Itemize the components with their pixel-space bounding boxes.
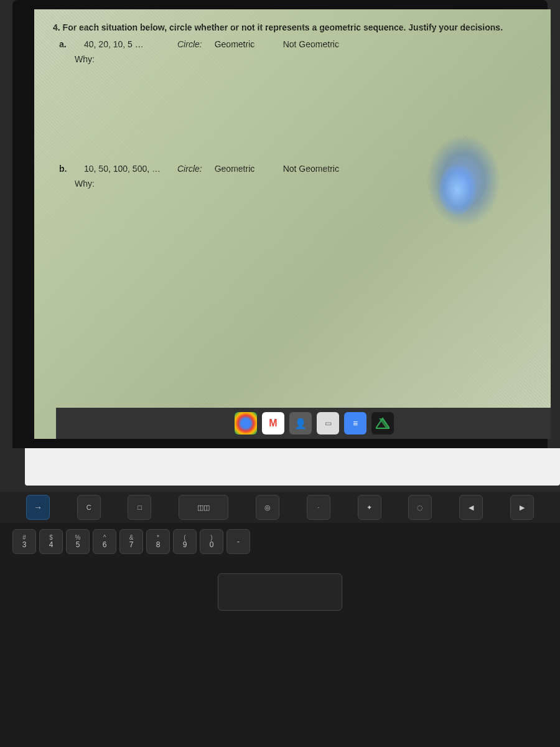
key-4-dollar[interactable]: $ 4 [39,529,63,554]
shelf-notification-area [25,448,560,486]
key-minus[interactable]: - [226,529,250,554]
key-8-asterisk[interactable]: * 8 [146,529,170,554]
key-0-bottom: 0 [210,541,214,548]
key-overview[interactable]: ◫◫ [179,495,228,520]
key-dot[interactable]: · [307,495,330,520]
part-a-geometric: Geometric [215,39,271,49]
part-b-why: Why: [59,179,532,189]
part-b-label: b. [59,164,72,174]
key-7-bottom: 7 [129,541,134,548]
part-a-why-label: Why: [75,54,95,64]
key-5-bottom: 5 [76,541,80,548]
key-8-bottom: 8 [156,541,161,548]
keyboard-main-rows: # 3 $ 4 % 5 ^ 6 & 7 [0,523,560,620]
question-header: 4. For each situation below, circle whet… [53,22,532,34]
taskbar: M 👤 ▭ ≡ [56,408,551,439]
touchpad[interactable] [218,573,342,611]
key-c-label: C [86,504,91,511]
worksheet: 4. For each situation below, circle whet… [34,9,551,439]
key-9-lparen[interactable]: ( 9 [173,529,197,554]
arrow-right-icon: → [34,502,42,512]
brightness-up-icon: ✦ [366,504,372,512]
part-a-label: a. [59,39,72,49]
key-search[interactable]: □ [128,495,151,520]
key-brightness-down[interactable]: ◎ [256,495,279,520]
key-brightness-up[interactable]: ✦ [358,495,381,520]
part-b-why-label: Why: [75,179,95,189]
gmail-icon[interactable]: M [262,412,284,435]
key-7-ampersand[interactable]: & 7 [119,529,143,554]
part-b: b. 10, 50, 100, 500, … Circle: Geometric… [53,164,532,189]
part-a: a. 40, 20, 10, 5 … Circle: Geometric Not… [53,39,532,64]
key-c[interactable]: C [77,495,101,520]
key-vol-down[interactable]: ◀ [459,495,483,520]
part-b-row: b. 10, 50, 100, 500, … Circle: Geometric… [59,164,532,174]
part-a-not-geometric: Not Geometric [283,39,339,49]
function-key-row: → C □ ◫◫ ◎ · ✦ ◌ ◀ [0,492,560,523]
key-6-caret[interactable]: ^ 6 [93,529,116,554]
laptop-body: 4. For each situation below, circle whet… [0,0,560,747]
part-b-sequence: 10, 50, 100, 500, … [84,164,165,174]
vol-down-icon: ◀ [469,504,474,512]
keyboard-area: → C □ ◫◫ ◎ · ✦ ◌ ◀ [0,492,560,747]
key-arrow-right[interactable]: → [26,495,50,520]
number-row: # 3 $ 4 % 5 ^ 6 & 7 [12,529,548,554]
part-b-not-geometric: Not Geometric [283,164,339,174]
key-9-bottom: 9 [183,541,187,548]
key-mute[interactable]: ◌ [408,495,432,520]
screen: 4. For each situation below, circle whet… [34,9,551,439]
question-number: 4. [53,22,60,32]
part-b-circle-label: Circle: [177,164,202,174]
docs-icon[interactable]: ≡ [344,412,366,435]
screen-bezel: 4. For each situation below, circle whet… [12,0,548,448]
key-vol-up[interactable]: ▶ [510,495,534,520]
key-dot-label: · [317,504,319,511]
mute-icon: ◌ [417,504,423,512]
part-b-geometric: Geometric [215,164,271,174]
key-overview-icon: ◫◫ [197,504,210,512]
brightness-down-icon: ◎ [264,504,271,512]
key-4-bottom: 4 [49,541,54,548]
part-a-why: Why: [59,54,532,64]
key-5-percent[interactable]: % 5 [66,529,90,554]
vol-up-icon: ▶ [520,504,525,512]
chrome-icon[interactable] [235,412,257,435]
key-3-hash[interactable]: # 3 [12,529,36,554]
part-a-row: a. 40, 20, 10, 5 … Circle: Geometric Not… [59,39,532,49]
key-0-rparen[interactable]: ) 0 [200,529,223,554]
profile-icon[interactable]: 👤 [289,412,312,435]
part-a-sequence: 40, 20, 10, 5 … [84,39,165,49]
key-6-bottom: 6 [103,541,107,548]
drive-icon[interactable] [371,412,394,435]
key-search-icon: □ [138,504,142,511]
part-a-circle-label: Circle: [177,39,202,49]
key-3-bottom: 3 [22,541,27,548]
key-minus-label: - [237,538,240,545]
files-icon[interactable]: ▭ [317,412,339,435]
question-text: For each situation below, circle whether… [63,22,503,32]
